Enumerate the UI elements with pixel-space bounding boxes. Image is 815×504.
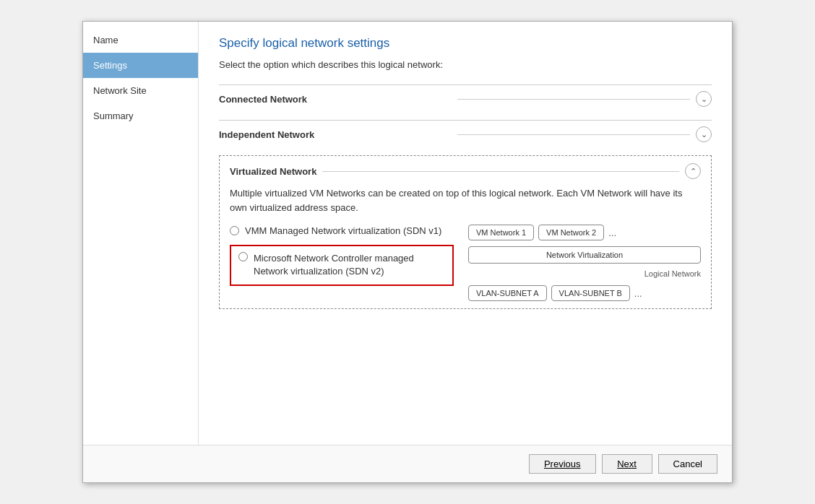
sdn-v1-option[interactable]: VMM Managed Network virtualization (SDN … xyxy=(230,225,454,238)
sdn-v2-radio[interactable] xyxy=(238,252,248,261)
connected-network-chevron[interactable]: ⌄ xyxy=(696,91,712,107)
dialog-footer: Previous Next Cancel xyxy=(83,445,732,482)
connected-network-line xyxy=(457,99,690,100)
vm-networks-ellipsis: ... xyxy=(608,227,616,238)
vm-network-2-box: VM Network 2 xyxy=(538,225,604,240)
logical-network-label: Logical Network xyxy=(468,269,701,278)
main-content: Specify logical network settings Select … xyxy=(199,22,732,445)
connected-network-section: Connected Network ⌄ xyxy=(219,84,712,113)
network-virtualization-box: Network Virtualization xyxy=(468,246,701,264)
sidebar: Name Settings Network Site Summary xyxy=(83,22,199,445)
virtualized-network-line xyxy=(322,171,679,172)
next-button[interactable]: Next xyxy=(602,454,652,474)
virtualized-network-header[interactable]: Virtualized Network ⌃ xyxy=(230,163,701,179)
connected-network-title: Connected Network xyxy=(219,94,452,105)
connected-network-header[interactable]: Connected Network ⌄ xyxy=(219,84,712,113)
sdn-v2-option-highlighted[interactable]: Microsoft Network Controller managed Net… xyxy=(230,245,454,285)
subnets-row: VLAN-SUBNET A VLAN-SUBNET B ... xyxy=(468,285,701,301)
sidebar-item-summary[interactable]: Summary xyxy=(83,103,198,129)
subnets-ellipsis: ... xyxy=(634,288,642,299)
sidebar-item-network-site[interactable]: Network Site xyxy=(83,78,198,103)
subtitle: Select the option which describes this l… xyxy=(219,59,712,70)
sdn-v1-label: VMM Managed Network virtualization (SDN … xyxy=(245,225,441,238)
vm-networks-row: VM Network 1 VM Network 2 ... xyxy=(468,225,701,240)
dialog: Name Settings Network Site Summary Speci… xyxy=(82,21,733,483)
vlan-subnet-b-box: VLAN-SUBNET B xyxy=(551,285,630,301)
network-virtualization-row: Network Virtualization xyxy=(468,246,701,264)
sdn-v1-radio[interactable] xyxy=(230,226,239,235)
dialog-body: Name Settings Network Site Summary Speci… xyxy=(83,22,732,445)
virtualized-description: Multiple virtualized VM Networks can be … xyxy=(230,186,701,214)
virtualized-network-title: Virtualized Network xyxy=(230,166,316,177)
cancel-button[interactable]: Cancel xyxy=(658,454,717,474)
independent-network-header[interactable]: Independent Network ⌄ xyxy=(219,120,712,148)
virtualized-network-section: Virtualized Network ⌃ Multiple virtualiz… xyxy=(219,155,712,309)
independent-network-section: Independent Network ⌄ xyxy=(219,120,712,148)
previous-button[interactable]: Previous xyxy=(529,454,596,474)
independent-network-title: Independent Network xyxy=(219,129,452,140)
sidebar-item-settings[interactable]: Settings xyxy=(83,53,198,78)
vm-network-1-box: VM Network 1 xyxy=(468,225,534,240)
independent-network-chevron[interactable]: ⌄ xyxy=(696,126,712,142)
independent-network-line xyxy=(457,134,690,135)
options-row: VMM Managed Network virtualization (SDN … xyxy=(230,225,701,301)
page-title: Specify logical network settings xyxy=(219,36,712,51)
vlan-subnet-a-box: VLAN-SUBNET A xyxy=(468,285,547,301)
sdn-v2-label: Microsoft Network Controller managed Net… xyxy=(254,252,445,278)
virtualized-network-chevron[interactable]: ⌃ xyxy=(685,163,701,179)
diagram-area: VM Network 1 VM Network 2 ... Network Vi… xyxy=(468,225,701,301)
sidebar-item-name[interactable]: Name xyxy=(83,27,198,53)
radio-options: VMM Managed Network virtualization (SDN … xyxy=(230,225,454,286)
